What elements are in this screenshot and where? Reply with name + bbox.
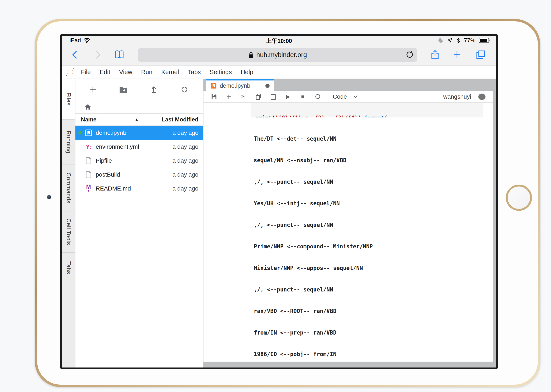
run-cell-button[interactable]: ▶ [285,93,291,100]
copy-cells-button[interactable] [255,93,262,100]
cell-output-text: The/DT <--det-- sequel/NN sequel/NN <--n… [254,121,493,362]
tab-dirty-indicator[interactable] [265,84,269,88]
output-line: 1986/CD <--pobj-- from/IN [254,350,493,358]
sidebar-tab-running[interactable]: Running [62,119,75,165]
jupyter-body: Files Running Commands Cell Tools Tabs [62,79,496,367]
battery-percent: 77% [464,37,475,44]
home-button[interactable] [506,185,532,211]
menu-settings[interactable]: Settings [210,69,232,76]
row-spacer [78,187,82,190]
file-name: README.md [96,185,131,192]
location-icon [447,38,452,43]
save-button[interactable] [211,93,217,100]
kernel-running-dot [78,131,82,134]
menu-kernel[interactable]: Kernel [161,69,179,76]
lock-icon [248,52,254,58]
back-button[interactable] [70,50,80,60]
menu-help[interactable]: Help [241,69,253,76]
file-row-readme-md[interactable]: M▼ README.md a day ago [75,182,203,196]
output-line: Minister/NNP <--appos-- sequel/NN [254,265,493,272]
sidebar-tab-tabs[interactable]: Tabs [62,252,75,283]
file-name: postBuild [96,171,120,178]
file-row-pipfile[interactable]: Pipfile a day ago [75,154,203,168]
address-bar[interactable]: hub.mybinder.org [138,48,417,62]
notebook-panel: ✂ ▶ ■ [204,91,493,367]
sidebar-tab-commands[interactable]: Commands [62,165,75,211]
new-tab-icon[interactable] [452,50,462,60]
home-icon[interactable] [84,104,92,110]
bluetooth-icon [456,37,461,43]
file-modified: a day ago [172,143,203,150]
file-name: demo.ipynb [96,129,126,136]
column-header-name[interactable]: Name ▲ [75,116,144,123]
file-list-empty-area [75,196,203,367]
tab-demo-ipynb[interactable]: demo.ipynb [206,79,274,91]
new-folder-button[interactable] [119,85,128,94]
forward-button[interactable] [93,50,103,60]
screen-content: iPad 上午10:00 [62,36,496,367]
front-camera-icon [47,195,51,199]
file-modified: a day ago [172,171,203,178]
menu-tabs[interactable]: Tabs [188,69,201,76]
output-line: Prime/NNP <--compound-- Minister/NNP [254,243,493,250]
refresh-file-list-button[interactable] [180,85,189,94]
chevron-down-icon [353,95,358,98]
generic-file-icon [84,157,93,164]
ipad-bezel: iPad 上午10:00 [37,21,538,385]
generic-file-icon [84,171,93,178]
jupyter-menu-bar: File Edit View Run Kernel Tabs Settings … [62,65,496,79]
moon-icon [438,37,444,43]
output-line: ran/VBD <--ROOT-- ran/VBD [254,308,493,315]
cell-type-select[interactable]: Code [333,93,358,100]
menu-file[interactable]: File [81,69,91,76]
file-modified: a day ago [172,157,203,164]
tabs-icon[interactable] [476,50,486,60]
notebook-tab-bar: demo.ipynb [204,79,496,91]
file-modified: a day ago [172,185,203,192]
clock: 上午10:00 [62,36,496,45]
insert-cell-button[interactable] [226,93,232,100]
output-line: from/IN <--prep-- ran/VBD [254,329,493,336]
file-row-demo-ipynb[interactable]: demo.ipynb a day ago [75,126,203,140]
file-row-environment-yml[interactable]: Y: environment.yml a day ago [75,140,203,154]
dock-panel: demo.ipynb ✂ [204,79,496,367]
jupyter-logo-icon [65,67,75,77]
sidebar-tab-cell-tools[interactable]: Cell Tools [62,211,75,252]
menu-view[interactable]: View [119,69,132,76]
file-row-postbuild[interactable]: postBuild a day ago [75,168,203,182]
menu-run[interactable]: Run [141,69,152,76]
code-cell-partial-source: print('{0}/{1} <--{2}-- {3}/{4}'.format(… [251,103,483,117]
safari-chrome: iPad 上午10:00 [62,36,496,65]
reload-button[interactable] [405,51,413,59]
code-cell-partial[interactable]: print('{0}/{1} <--{2}-- {3}/{4}'.format(… [251,103,483,117]
sidebar-tab-files[interactable]: Files [62,79,75,119]
kernel-status-indicator[interactable] [478,94,486,100]
page-background: iPad 上午10:00 [0,0,551,392]
new-launcher-button[interactable] [89,85,97,94]
output-line: The/DT <--det-- sequel/NN [254,135,493,142]
paste-cells-button[interactable] [270,93,276,100]
tab-label: demo.ipynb [220,82,250,89]
restart-kernel-button[interactable] [314,93,321,100]
bookmarks-icon[interactable] [114,50,124,60]
column-header-modified[interactable]: Last Modified [144,116,203,123]
file-browser-toolbar [75,79,203,100]
notebook-tab-icon [211,83,217,89]
cut-cells-button[interactable]: ✂ [240,93,247,100]
row-spacer [78,173,82,176]
left-sidebar-strip: Files Running Commands Cell Tools Tabs [62,79,75,367]
share-icon[interactable] [430,50,440,60]
file-modified: a day ago [172,129,203,136]
screen: iPad 上午10:00 [60,34,498,369]
notebook-content: print('{0}/{1} <--{2}-- {3}/{4}'.format(… [204,103,493,362]
menu-edit[interactable]: Edit [100,69,110,76]
interrupt-kernel-button[interactable]: ■ [299,93,306,100]
breadcrumb [75,100,203,113]
username-label: wangshuyi [443,93,471,100]
output-line: Yes/UH <--intj-- sequel/NN [254,200,493,207]
status-right: 77% [438,37,491,44]
battery-icon [479,37,491,43]
upload-button[interactable] [149,85,158,94]
file-name: environment.yml [96,143,139,150]
notebook-toolbar: ✂ ▶ ■ [204,91,493,103]
